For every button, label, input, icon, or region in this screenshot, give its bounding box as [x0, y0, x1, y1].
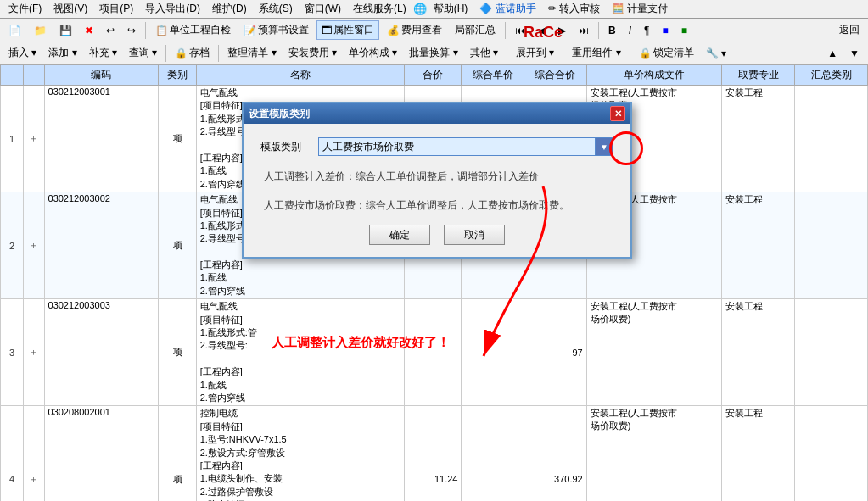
dialog-desc2: 人工费按市场价取费：综合人工单价调整后，人工费按市场价取费。: [260, 197, 613, 215]
dialog-select-wrapper: 人工调整计入差价 人工费按市场价取费 ▼: [318, 137, 613, 156]
dialog-titlebar: 设置模版类别 ✕: [244, 103, 630, 124]
dialog-desc1: 人工调整计入差价：综合人工单价调整后，调增部分计入差价: [260, 168, 613, 186]
dialog-label: 模版类别: [260, 140, 311, 154]
dialog-cancel-button[interactable]: 取消: [444, 225, 505, 245]
dialog-confirm-button[interactable]: 确定: [369, 225, 430, 245]
dialog-select-row: 模版类别 人工调整计入差价 人工费按市场价取费 ▼: [260, 137, 613, 156]
dialog-template-select[interactable]: 人工调整计入差价 人工费按市场价取费: [318, 137, 613, 156]
dialog-close-button[interactable]: ✕: [610, 106, 625, 121]
dialog-buttons: 确定 取消: [260, 225, 613, 245]
dialog-overlay: 设置模版类别 ✕ 模版类别 人工调整计入差价 人工费按市场价取费 ▼ 人工调整计…: [0, 0, 868, 501]
dialog-title: 设置模版类别: [249, 107, 310, 121]
annotation-text: 人工调整计入差价就好改好了！: [272, 335, 450, 351]
dialog-box: 设置模版类别 ✕ 模版类别 人工调整计入差价 人工费按市场价取费 ▼ 人工调整计…: [242, 102, 632, 259]
dialog-body: 模版类别 人工调整计入差价 人工费按市场价取费 ▼ 人工调整计入差价：综合人工单…: [244, 124, 630, 257]
